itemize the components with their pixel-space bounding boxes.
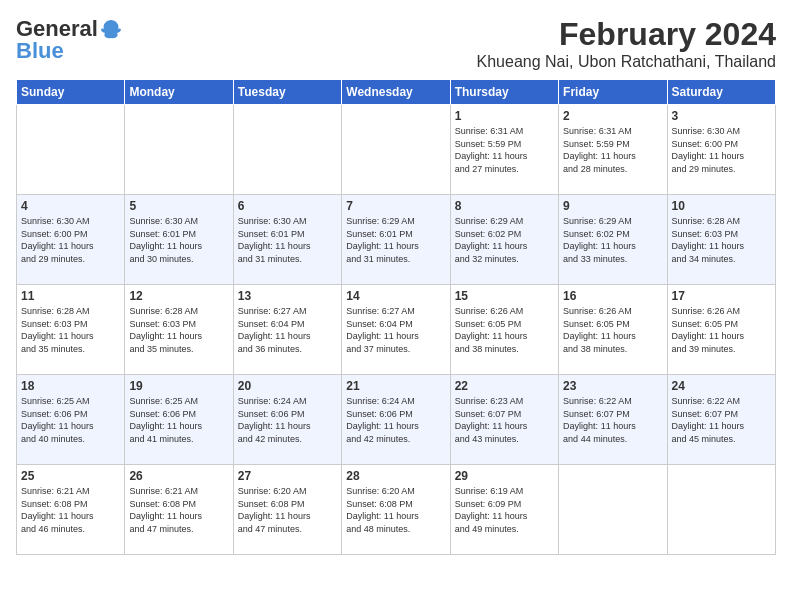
day-info: Sunrise: 6:25 AM Sunset: 6:06 PM Dayligh… (129, 395, 228, 445)
calendar-header-thursday: Thursday (450, 80, 558, 105)
calendar-cell: 12Sunrise: 6:28 AM Sunset: 6:03 PM Dayli… (125, 285, 233, 375)
calendar-cell: 20Sunrise: 6:24 AM Sunset: 6:06 PM Dayli… (233, 375, 341, 465)
calendar-header-saturday: Saturday (667, 80, 775, 105)
calendar-cell: 3Sunrise: 6:30 AM Sunset: 6:00 PM Daylig… (667, 105, 775, 195)
day-number: 12 (129, 289, 228, 303)
day-number: 5 (129, 199, 228, 213)
day-info: Sunrise: 6:27 AM Sunset: 6:04 PM Dayligh… (238, 305, 337, 355)
calendar-header-tuesday: Tuesday (233, 80, 341, 105)
month-year-title: February 2024 (477, 16, 776, 53)
logo: General Blue (16, 16, 122, 64)
day-info: Sunrise: 6:25 AM Sunset: 6:06 PM Dayligh… (21, 395, 120, 445)
calendar-cell: 6Sunrise: 6:30 AM Sunset: 6:01 PM Daylig… (233, 195, 341, 285)
day-number: 20 (238, 379, 337, 393)
calendar-cell: 16Sunrise: 6:26 AM Sunset: 6:05 PM Dayli… (559, 285, 667, 375)
calendar-cell: 25Sunrise: 6:21 AM Sunset: 6:08 PM Dayli… (17, 465, 125, 555)
calendar-cell: 5Sunrise: 6:30 AM Sunset: 6:01 PM Daylig… (125, 195, 233, 285)
day-number: 24 (672, 379, 771, 393)
calendar-cell: 28Sunrise: 6:20 AM Sunset: 6:08 PM Dayli… (342, 465, 450, 555)
day-number: 29 (455, 469, 554, 483)
calendar-week-3: 11Sunrise: 6:28 AM Sunset: 6:03 PM Dayli… (17, 285, 776, 375)
calendar-cell (559, 465, 667, 555)
calendar-week-1: 1Sunrise: 6:31 AM Sunset: 5:59 PM Daylig… (17, 105, 776, 195)
calendar-header-row: SundayMondayTuesdayWednesdayThursdayFrid… (17, 80, 776, 105)
day-info: Sunrise: 6:30 AM Sunset: 6:00 PM Dayligh… (672, 125, 771, 175)
day-info: Sunrise: 6:22 AM Sunset: 6:07 PM Dayligh… (563, 395, 662, 445)
calendar-table: SundayMondayTuesdayWednesdayThursdayFrid… (16, 79, 776, 555)
calendar-cell: 19Sunrise: 6:25 AM Sunset: 6:06 PM Dayli… (125, 375, 233, 465)
day-info: Sunrise: 6:20 AM Sunset: 6:08 PM Dayligh… (346, 485, 445, 535)
day-info: Sunrise: 6:30 AM Sunset: 6:00 PM Dayligh… (21, 215, 120, 265)
day-number: 15 (455, 289, 554, 303)
day-info: Sunrise: 6:24 AM Sunset: 6:06 PM Dayligh… (346, 395, 445, 445)
logo-bird-icon (100, 18, 122, 40)
day-number: 3 (672, 109, 771, 123)
calendar-cell (17, 105, 125, 195)
day-info: Sunrise: 6:29 AM Sunset: 6:01 PM Dayligh… (346, 215, 445, 265)
calendar-cell: 13Sunrise: 6:27 AM Sunset: 6:04 PM Dayli… (233, 285, 341, 375)
calendar-cell (233, 105, 341, 195)
day-info: Sunrise: 6:23 AM Sunset: 6:07 PM Dayligh… (455, 395, 554, 445)
day-number: 26 (129, 469, 228, 483)
day-number: 28 (346, 469, 445, 483)
day-number: 7 (346, 199, 445, 213)
day-number: 1 (455, 109, 554, 123)
page-header: General Blue February 2024 Khueang Nai, … (16, 16, 776, 71)
calendar-cell: 7Sunrise: 6:29 AM Sunset: 6:01 PM Daylig… (342, 195, 450, 285)
calendar-cell: 24Sunrise: 6:22 AM Sunset: 6:07 PM Dayli… (667, 375, 775, 465)
day-number: 4 (21, 199, 120, 213)
calendar-header-sunday: Sunday (17, 80, 125, 105)
calendar-cell: 14Sunrise: 6:27 AM Sunset: 6:04 PM Dayli… (342, 285, 450, 375)
day-info: Sunrise: 6:27 AM Sunset: 6:04 PM Dayligh… (346, 305, 445, 355)
day-number: 19 (129, 379, 228, 393)
day-number: 25 (21, 469, 120, 483)
day-info: Sunrise: 6:21 AM Sunset: 6:08 PM Dayligh… (21, 485, 120, 535)
calendar-cell: 23Sunrise: 6:22 AM Sunset: 6:07 PM Dayli… (559, 375, 667, 465)
day-number: 18 (21, 379, 120, 393)
calendar-cell: 10Sunrise: 6:28 AM Sunset: 6:03 PM Dayli… (667, 195, 775, 285)
calendar-cell: 2Sunrise: 6:31 AM Sunset: 5:59 PM Daylig… (559, 105, 667, 195)
day-number: 2 (563, 109, 662, 123)
location-subtitle: Khueang Nai, Ubon Ratchathani, Thailand (477, 53, 776, 71)
day-info: Sunrise: 6:26 AM Sunset: 6:05 PM Dayligh… (563, 305, 662, 355)
day-number: 21 (346, 379, 445, 393)
day-info: Sunrise: 6:31 AM Sunset: 5:59 PM Dayligh… (455, 125, 554, 175)
day-info: Sunrise: 6:26 AM Sunset: 6:05 PM Dayligh… (672, 305, 771, 355)
day-info: Sunrise: 6:30 AM Sunset: 6:01 PM Dayligh… (129, 215, 228, 265)
day-number: 9 (563, 199, 662, 213)
calendar-header-wednesday: Wednesday (342, 80, 450, 105)
calendar-cell: 18Sunrise: 6:25 AM Sunset: 6:06 PM Dayli… (17, 375, 125, 465)
day-info: Sunrise: 6:28 AM Sunset: 6:03 PM Dayligh… (672, 215, 771, 265)
calendar-cell: 27Sunrise: 6:20 AM Sunset: 6:08 PM Dayli… (233, 465, 341, 555)
day-number: 6 (238, 199, 337, 213)
calendar-cell (342, 105, 450, 195)
calendar-cell: 11Sunrise: 6:28 AM Sunset: 6:03 PM Dayli… (17, 285, 125, 375)
calendar-cell: 4Sunrise: 6:30 AM Sunset: 6:00 PM Daylig… (17, 195, 125, 285)
calendar-week-5: 25Sunrise: 6:21 AM Sunset: 6:08 PM Dayli… (17, 465, 776, 555)
day-number: 23 (563, 379, 662, 393)
day-number: 22 (455, 379, 554, 393)
day-number: 17 (672, 289, 771, 303)
calendar-week-2: 4Sunrise: 6:30 AM Sunset: 6:00 PM Daylig… (17, 195, 776, 285)
calendar-cell: 1Sunrise: 6:31 AM Sunset: 5:59 PM Daylig… (450, 105, 558, 195)
day-info: Sunrise: 6:26 AM Sunset: 6:05 PM Dayligh… (455, 305, 554, 355)
day-info: Sunrise: 6:29 AM Sunset: 6:02 PM Dayligh… (455, 215, 554, 265)
calendar-cell: 15Sunrise: 6:26 AM Sunset: 6:05 PM Dayli… (450, 285, 558, 375)
day-info: Sunrise: 6:19 AM Sunset: 6:09 PM Dayligh… (455, 485, 554, 535)
day-number: 27 (238, 469, 337, 483)
day-info: Sunrise: 6:30 AM Sunset: 6:01 PM Dayligh… (238, 215, 337, 265)
day-number: 8 (455, 199, 554, 213)
day-number: 13 (238, 289, 337, 303)
calendar-cell: 9Sunrise: 6:29 AM Sunset: 6:02 PM Daylig… (559, 195, 667, 285)
calendar-cell (125, 105, 233, 195)
day-info: Sunrise: 6:24 AM Sunset: 6:06 PM Dayligh… (238, 395, 337, 445)
day-info: Sunrise: 6:28 AM Sunset: 6:03 PM Dayligh… (129, 305, 228, 355)
day-number: 11 (21, 289, 120, 303)
calendar-cell: 8Sunrise: 6:29 AM Sunset: 6:02 PM Daylig… (450, 195, 558, 285)
calendar-header-friday: Friday (559, 80, 667, 105)
calendar-cell: 21Sunrise: 6:24 AM Sunset: 6:06 PM Dayli… (342, 375, 450, 465)
day-info: Sunrise: 6:20 AM Sunset: 6:08 PM Dayligh… (238, 485, 337, 535)
calendar-cell (667, 465, 775, 555)
calendar-cell: 17Sunrise: 6:26 AM Sunset: 6:05 PM Dayli… (667, 285, 775, 375)
day-number: 10 (672, 199, 771, 213)
